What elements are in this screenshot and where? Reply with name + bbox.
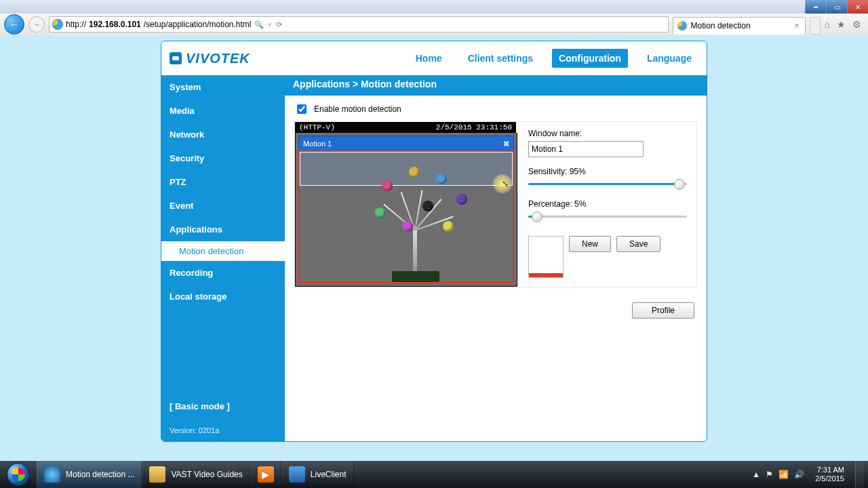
taskbar-item-media-player[interactable]: ▶	[250, 461, 281, 488]
motion-window-close-icon[interactable]: ✖	[503, 140, 509, 148]
new-tab-button[interactable]	[810, 17, 821, 35]
forward-button[interactable]: →	[28, 16, 45, 33]
nav-home[interactable]: Home	[409, 49, 449, 68]
taskbar-item-liveclient[interactable]: LiveClient	[281, 461, 354, 488]
refresh-icon[interactable]: ⟳	[276, 20, 282, 29]
tab-title: Motion detection	[691, 21, 751, 30]
percentage-label: Percentage: 5%	[528, 199, 687, 209]
start-button[interactable]	[0, 461, 37, 488]
address-bar[interactable]: http://192.168.0.101/setup/application/m…	[49, 16, 669, 33]
taskbar-item-ie[interactable]: Motion detection ...	[37, 461, 142, 488]
profile-button[interactable]: Profile	[632, 302, 694, 319]
favorites-icon[interactable]: ★	[837, 19, 846, 30]
nav-language[interactable]: Language	[640, 49, 698, 68]
back-button[interactable]: ←	[4, 14, 24, 35]
window-minimize-button[interactable]: ━	[805, 0, 826, 14]
taskbar-label: Motion detection ...	[66, 470, 134, 479]
motion-window-title: Motion 1	[303, 140, 332, 148]
taskbar: Motion detection ... VAST Video Guides ▶…	[0, 461, 868, 488]
window-name-input[interactable]	[528, 141, 644, 157]
tray-up-icon[interactable]: ▲	[752, 470, 760, 479]
activity-preview	[528, 236, 564, 278]
new-button[interactable]: New	[569, 236, 611, 252]
vivotek-logo: VIVOTEK	[170, 51, 250, 66]
sidebar-item-recording[interactable]: Recording	[161, 261, 285, 285]
show-desktop-button[interactable]	[855, 461, 864, 488]
sensitivity-thumb[interactable]	[674, 179, 685, 190]
tab-close-icon[interactable]: ×	[795, 21, 800, 30]
resize-cursor-icon: ⤡	[502, 179, 509, 188]
window-maximize-button[interactable]: ▭	[826, 0, 847, 14]
sidebar-sub-motion-detection[interactable]: Motion detection	[161, 241, 285, 261]
tools-icon[interactable]: ⚙	[852, 19, 861, 30]
stream-timestamp: 2/5/2015 23:31:50	[436, 123, 512, 131]
tray-clock[interactable]: 7:31 AM 2/5/2015	[810, 466, 850, 483]
browser-toolbar: ← → http://192.168.0.101/setup/applicati…	[0, 14, 868, 36]
search-icon[interactable]: 🔍	[254, 20, 264, 29]
ie-icon	[677, 21, 687, 30]
logo-icon	[170, 52, 182, 64]
url-host: 192.168.0.101	[89, 20, 141, 29]
sidebar-item-applications[interactable]: Applications	[161, 218, 285, 241]
sidebar-item-security[interactable]: Security	[161, 146, 285, 170]
video-preview[interactable]: Motion 1 ✖ ⤡	[295, 133, 517, 287]
percentage-thumb[interactable]	[532, 211, 542, 222]
tray-time: 7:31 AM	[815, 466, 844, 474]
taskbar-label: VAST Video Guides	[171, 470, 242, 479]
enable-motion-label: Enable motion detection	[314, 104, 401, 114]
sidebar-version: Version: 0201a	[161, 420, 285, 441]
url-prefix: http://	[66, 20, 86, 29]
volume-icon[interactable]: 🔊	[794, 470, 804, 479]
windows-orb-icon	[7, 463, 30, 486]
percentage-slider[interactable]	[528, 211, 687, 222]
nav-client-settings[interactable]: Client settings	[461, 49, 540, 68]
sidebar-item-network[interactable]: Network	[161, 123, 285, 146]
flag-icon[interactable]: ⚑	[766, 470, 773, 479]
save-button[interactable]: Save	[616, 236, 660, 252]
video-panel: (HTTP-V) 2/5/2015 23:31:50 Motion 1 ✖	[295, 122, 516, 287]
network-icon[interactable]: 📶	[778, 470, 789, 479]
sidebar-item-event[interactable]: Event	[161, 194, 285, 218]
window-name-label: Window name:	[528, 129, 687, 138]
url-path: /setup/application/motion.html	[144, 20, 252, 29]
top-nav: Home Client settings Configuration Langu…	[409, 49, 698, 68]
sidebar-item-local-storage[interactable]: Local storage	[161, 285, 285, 308]
media-player-icon: ▶	[258, 466, 274, 483]
enable-motion-checkbox[interactable]	[297, 104, 307, 114]
home-icon[interactable]: ⌂	[825, 19, 830, 30]
sidebar-item-media[interactable]: Media	[161, 99, 285, 123]
sensitivity-label: Sensitivity: 95%	[528, 167, 687, 176]
taskbar-item-explorer[interactable]: VAST Video Guides	[142, 461, 250, 488]
sidebar: System Media Network Security PTZ Event …	[161, 75, 285, 441]
scene-object	[368, 167, 477, 282]
motion-window-titlebar[interactable]: Motion 1 ✖	[298, 136, 514, 152]
sidebar-item-system[interactable]: System	[161, 75, 285, 99]
browser-tab[interactable]: Motion detection ×	[673, 17, 806, 35]
sensitivity-slider[interactable]	[528, 179, 687, 190]
ie-icon	[44, 466, 60, 483]
breadcrumb: Applications > Motion detection	[285, 75, 707, 96]
liveclient-icon	[289, 466, 305, 483]
config-card: VIVOTEK Home Client settings Configurati…	[161, 41, 707, 442]
sidebar-item-ptz[interactable]: PTZ	[161, 170, 285, 194]
nav-configuration[interactable]: Configuration	[552, 49, 628, 68]
system-tray: ▲ ⚑ 📶 🔊 7:31 AM 2/5/2015	[748, 461, 868, 488]
sidebar-basic-mode[interactable]: [ Basic mode ]	[161, 393, 285, 420]
logo-text: VIVOTEK	[186, 51, 250, 66]
stream-label: (HTTP-V)	[299, 123, 335, 131]
window-close-button[interactable]: ✕	[847, 0, 868, 14]
ie-icon	[52, 19, 63, 30]
folder-icon	[149, 466, 165, 483]
tray-date: 2/5/2015	[815, 474, 844, 483]
taskbar-label: LiveClient	[311, 470, 347, 479]
